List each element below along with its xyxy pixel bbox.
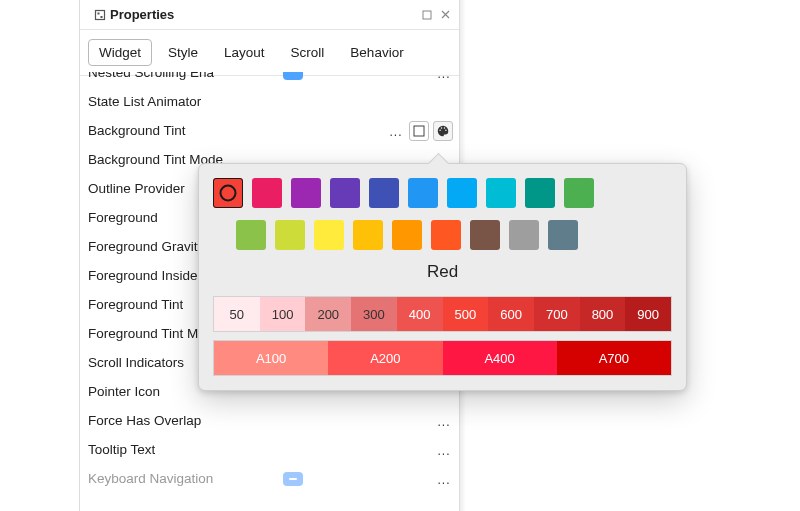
- shade-400[interactable]: 400: [397, 297, 443, 331]
- shade-800[interactable]: 800: [580, 297, 626, 331]
- palette-swatch-deep-purple[interactable]: [330, 178, 360, 208]
- prop-label: Next Cluster Forward: [80, 500, 216, 503]
- shade-700[interactable]: 700: [534, 297, 580, 331]
- tab-behavior[interactable]: Behavior: [340, 40, 413, 65]
- palette-swatch-deep-orange[interactable]: [431, 220, 461, 250]
- panel-title: Properties: [110, 7, 174, 22]
- tab-scroll[interactable]: Scroll: [281, 40, 335, 65]
- svg-rect-0: [96, 10, 105, 19]
- palette-swatch-grey[interactable]: [509, 220, 539, 250]
- panel-header: Properties: [80, 0, 459, 30]
- more-button[interactable]: ...: [435, 411, 453, 431]
- shade-600[interactable]: 600: [488, 297, 534, 331]
- palette-swatch-cyan[interactable]: [486, 178, 516, 208]
- prop-row-nested-scrolling[interactable]: Nested Scrolling Ena ...: [80, 72, 459, 87]
- palette-row-1: [213, 178, 672, 208]
- svg-rect-1: [98, 12, 100, 14]
- shade-200[interactable]: 200: [305, 297, 351, 331]
- palette-swatch-blue[interactable]: [408, 178, 438, 208]
- prop-label: Foreground Gravity: [80, 239, 204, 254]
- svg-rect-2: [101, 16, 103, 18]
- palette-swatch-red[interactable]: [213, 178, 243, 208]
- prop-label: Tooltip Text: [80, 442, 155, 457]
- palette-swatch-yellow[interactable]: [314, 220, 344, 250]
- prop-label: Keyboard Navigation: [80, 471, 213, 486]
- prop-row-state-list-animator[interactable]: State List Animator: [80, 87, 459, 116]
- prop-label: Foreground Inside: [80, 268, 198, 283]
- prop-label: Force Has Overlap: [80, 413, 201, 428]
- prop-label: State List Animator: [80, 94, 201, 109]
- prop-label: Outline Provider: [80, 181, 185, 196]
- shade-100[interactable]: 100: [260, 297, 306, 331]
- shade-900[interactable]: 900: [625, 297, 671, 331]
- palette-swatch-purple[interactable]: [291, 178, 321, 208]
- color-name-label: Red: [213, 262, 672, 282]
- tab-style[interactable]: Style: [158, 40, 208, 65]
- prop-row-tooltip-text[interactable]: Tooltip Text ...: [80, 435, 459, 464]
- palette-swatch-orange[interactable]: [392, 220, 422, 250]
- palette-swatch-indigo[interactable]: [369, 178, 399, 208]
- accent-A100[interactable]: A100: [214, 341, 328, 375]
- accent-A400[interactable]: A400: [443, 341, 557, 375]
- palette-swatch-light-blue[interactable]: [447, 178, 477, 208]
- svg-rect-4: [414, 126, 424, 136]
- more-button[interactable]: ...: [435, 440, 453, 460]
- swatch-button[interactable]: [409, 121, 429, 141]
- palette-swatch-brown[interactable]: [470, 220, 500, 250]
- more-button[interactable]: ...: [387, 121, 405, 141]
- palette-swatch-teal[interactable]: [525, 178, 555, 208]
- tabs-row: Widget Style Layout Scroll Behavior: [80, 30, 459, 76]
- shade-50[interactable]: 50: [214, 297, 260, 331]
- minimize-icon[interactable]: [421, 9, 433, 21]
- palette-button[interactable]: [433, 121, 453, 141]
- palette-swatch-green[interactable]: [564, 178, 594, 208]
- palette-swatch-amber[interactable]: [353, 220, 383, 250]
- palette-swatch-pink[interactable]: [252, 178, 282, 208]
- prop-label: Foreground Tint: [80, 297, 183, 312]
- accent-bar: A100A200A400A700: [213, 340, 672, 376]
- prop-label: Pointer Icon: [80, 384, 160, 399]
- prop-label: Scroll Indicators: [80, 355, 184, 370]
- prop-row-next-cluster-forward[interactable]: Next Cluster Forward: [80, 493, 459, 503]
- svg-rect-3: [423, 11, 431, 19]
- prop-label: Nested Scrolling Ena: [80, 72, 214, 80]
- toggle-pill[interactable]: [283, 472, 303, 486]
- palette-row-2: [236, 220, 672, 250]
- prop-row-keyboard-navigation[interactable]: Keyboard Navigation ...: [80, 464, 459, 493]
- toggle-pill[interactable]: [283, 72, 303, 80]
- prop-label: Background Tint: [80, 123, 186, 138]
- panel-icon: [94, 9, 106, 21]
- accent-A700[interactable]: A700: [557, 341, 671, 375]
- shade-300[interactable]: 300: [351, 297, 397, 331]
- palette-swatch-blue-grey[interactable]: [548, 220, 578, 250]
- color-picker-popover: Red 50100200300400500600700800900 A100A2…: [198, 163, 687, 391]
- tab-widget[interactable]: Widget: [88, 39, 152, 66]
- palette-swatch-light-green[interactable]: [236, 220, 266, 250]
- more-button[interactable]: ...: [435, 469, 453, 489]
- prop-row-force-has-overlap[interactable]: Force Has Overlap ...: [80, 406, 459, 435]
- close-icon[interactable]: [439, 9, 451, 21]
- prop-row-background-tint[interactable]: Background Tint ...: [80, 116, 459, 145]
- tab-layout[interactable]: Layout: [214, 40, 275, 65]
- shade-bar: 50100200300400500600700800900: [213, 296, 672, 332]
- palette-swatch-lime[interactable]: [275, 220, 305, 250]
- more-button[interactable]: ...: [435, 72, 453, 83]
- accent-A200[interactable]: A200: [328, 341, 442, 375]
- prop-label: Foreground: [80, 210, 158, 225]
- shade-500[interactable]: 500: [443, 297, 489, 331]
